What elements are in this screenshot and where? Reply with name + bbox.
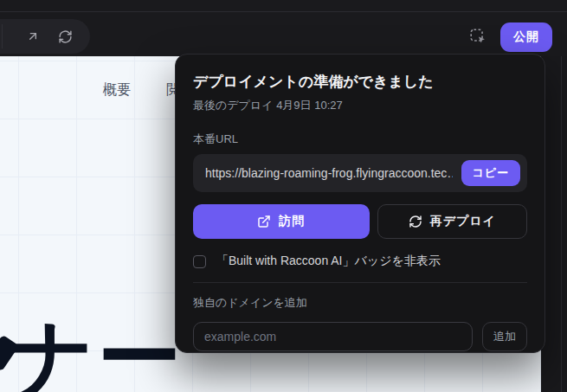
deploy-actions: 訪問 再デプロイ	[193, 204, 527, 239]
deployment-panel-title: デプロイメントの準備ができました	[193, 72, 527, 92]
copy-url-button[interactable]: コピー	[461, 160, 520, 186]
external-link-icon	[257, 215, 271, 228]
panel-divider	[193, 282, 527, 283]
last-deploy-timestamp: 最後のデプロイ 4月9日 10:27	[193, 98, 527, 113]
production-url-label: 本番URL	[193, 132, 527, 147]
visit-button-label: 訪問	[279, 214, 305, 229]
redeploy-refresh-icon	[409, 215, 422, 228]
refresh-icon[interactable]	[58, 29, 73, 44]
publish-button[interactable]: 公開	[500, 22, 552, 52]
redeploy-button[interactable]: 再デプロイ	[377, 204, 527, 239]
hero-text: ナー	[9, 309, 184, 392]
production-url-box: https://blazing-roaming-frog.flyingracco…	[193, 154, 527, 192]
hide-badge-row: 「Built with Raccoon AI」バッジを非表示	[193, 254, 527, 269]
tab-overview[interactable]: 概要	[103, 81, 131, 100]
custom-domain-label: 独自のドメインを追加	[193, 295, 527, 311]
deployment-panel: デプロイメントの準備ができました 最後のデプロイ 4月9日 10:27 本番UR…	[175, 54, 545, 353]
production-url-value: https://blazing-roaming-frog.flyingracco…	[205, 166, 453, 180]
redeploy-button-label: 再デプロイ	[430, 214, 496, 229]
visit-button[interactable]: 訪問	[193, 204, 370, 239]
element-selector-icon[interactable]	[468, 27, 487, 46]
custom-domain-row: 追加	[193, 322, 527, 351]
add-domain-button[interactable]: 追加	[482, 322, 527, 351]
preview-toolbar-pill	[0, 19, 90, 54]
app-window: 公開 概要 閲覧数 ナー デプロイメントの準備ができました 最後のデプロイ 4月…	[0, 0, 567, 392]
hide-badge-checkbox[interactable]	[193, 255, 206, 268]
toolbar-divider	[2, 24, 3, 48]
right-rail-divider	[561, 56, 562, 392]
custom-domain-input[interactable]	[193, 322, 473, 351]
hide-badge-label: 「Built with Raccoon AI」バッジを非表示	[216, 254, 441, 269]
top-divider	[0, 11, 567, 12]
open-in-new-icon[interactable]	[26, 29, 40, 43]
